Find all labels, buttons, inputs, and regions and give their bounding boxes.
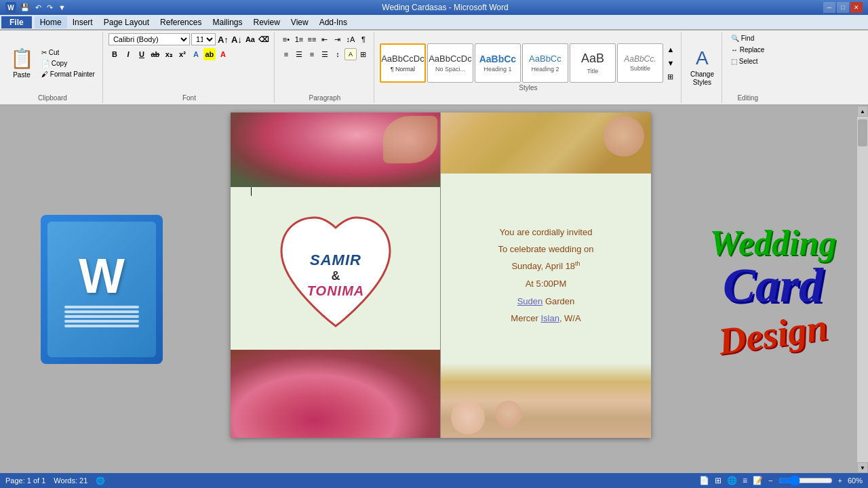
undo-btn[interactable]: ↶ [34, 3, 43, 12]
style-title[interactable]: AaB Title [570, 43, 616, 83]
print-layout-btn[interactable]: 📄 [699, 476, 709, 485]
styles-down-btn[interactable]: ▼ [665, 57, 677, 69]
multilevel-btn[interactable]: ≡≡ [306, 33, 318, 45]
left-panel: W [0, 106, 203, 473]
italic-btn[interactable]: I [122, 48, 134, 60]
paragraph-group: ≡• 1≡ ≡≡ ⇤ ⇥ ↕A ¶ ≡ ☰ ≡ ☰ ↕ A ⊞ [276, 32, 374, 103]
copy-button[interactable]: 📄 Copy [38, 58, 98, 68]
word-line-3 [64, 315, 139, 318]
home-menu[interactable]: Home [35, 16, 67, 28]
word-line-1 [64, 306, 139, 308]
language-icon: 🌐 [96, 476, 105, 485]
shrink-font-btn[interactable]: A↓ [231, 33, 243, 45]
style-no-spacing[interactable]: AaBbCcDc No Spaci... [427, 43, 473, 83]
outline-btn[interactable]: ≡ [743, 476, 747, 485]
format-painter-button[interactable]: 🖌 Format Painter [38, 69, 98, 79]
invite-line6: Mercer Islan, W/A [498, 310, 594, 326]
style-heading1-preview: AaBbCc [479, 54, 516, 65]
maximize-button[interactable]: □ [837, 2, 849, 13]
font-size-select[interactable]: 11 [191, 33, 216, 45]
zoom-slider[interactable] [778, 478, 833, 483]
select-button[interactable]: ⬚ Select [728, 56, 762, 66]
zoom-out-btn[interactable]: − [768, 476, 772, 485]
strikethrough-btn[interactable]: ab [149, 48, 161, 60]
sort-btn[interactable]: ↕A [344, 33, 357, 45]
style-subtitle-label: Subtitle [630, 65, 650, 72]
change-styles-group-label [687, 100, 717, 102]
increase-indent-btn[interactable]: ⇥ [332, 33, 344, 45]
mailings-menu[interactable]: Mailings [207, 16, 248, 28]
font-color-btn[interactable]: A [217, 48, 229, 60]
justify-btn[interactable]: ☰ [319, 48, 331, 60]
word-page[interactable]: SAMIR & TONIMA [231, 113, 651, 438]
line-spacing-btn[interactable]: ↕ [332, 48, 344, 60]
style-heading1[interactable]: AaBbCc Heading 1 [475, 43, 521, 83]
decrease-indent-btn[interactable]: ⇤ [319, 33, 331, 45]
file-menu[interactable]: File [1, 16, 32, 28]
style-subtitle-preview: AaBbCc. [624, 54, 656, 64]
minimize-button[interactable]: ─ [823, 2, 835, 13]
styles-group: AaBbCcDc ¶ Normal AaBbCcDc No Spaci... A… [376, 32, 682, 103]
font-name-select[interactable]: Calibri (Body) [108, 33, 190, 45]
styles-content: AaBbCcDc ¶ Normal AaBbCcDc No Spaci... A… [380, 43, 677, 92]
highlight-btn[interactable]: ab [203, 48, 216, 60]
para-row-1: ≡• 1≡ ≡≡ ⇤ ⇥ ↕A ¶ [280, 33, 370, 45]
flower-circle-bl [451, 401, 485, 434]
style-title-preview: AaB [581, 52, 604, 66]
align-center-btn[interactable]: ☰ [293, 48, 305, 60]
full-screen-btn[interactable]: ⊞ [715, 476, 722, 485]
shading-btn[interactable]: A [344, 48, 357, 60]
invite-line2: To celebrate wedding on [498, 241, 594, 257]
numbering-btn[interactable]: 1≡ [293, 33, 305, 45]
quick-save-btn[interactable]: 💾 [19, 3, 31, 12]
clear-format-btn[interactable]: Aa [244, 33, 256, 45]
insert-menu[interactable]: Insert [67, 16, 98, 28]
superscript-btn[interactable]: x² [176, 48, 189, 60]
scrollbar-right[interactable]: ▲ ▼ [857, 106, 868, 473]
scroll-up-arrow[interactable]: ▲ [857, 106, 868, 117]
align-left-btn[interactable]: ≡ [280, 48, 292, 60]
customize-qa-btn[interactable]: ▼ [57, 3, 67, 12]
web-layout-btn[interactable]: 🌐 [727, 476, 737, 485]
show-marks-btn[interactable]: ¶ [357, 33, 370, 45]
borders-btn[interactable]: ⊞ [357, 48, 370, 60]
close-button[interactable]: ✕ [850, 2, 863, 13]
bottom-flowers-right [441, 363, 651, 438]
bold-btn[interactable]: B [108, 48, 121, 60]
style-heading2[interactable]: AaBbCc Heading 2 [522, 43, 568, 83]
subscript-btn[interactable]: x₂ [163, 48, 175, 60]
style-subtitle[interactable]: AaBbCc. Subtitle [617, 43, 663, 83]
window-title: Weding Cardasas - Microsoft Word [67, 3, 823, 12]
text-effect-btn[interactable]: A [190, 48, 202, 60]
invite-line4: At 5:00PM [498, 276, 594, 291]
align-right-btn[interactable]: ≡ [306, 48, 318, 60]
underline-btn[interactable]: U [136, 48, 148, 60]
addins-menu[interactable]: Add-Ins [314, 16, 353, 28]
change-case-btn[interactable]: ⌫ [258, 33, 270, 45]
draft-btn[interactable]: 📝 [753, 476, 763, 485]
invite-line1: You are cordially invited [498, 224, 594, 240]
scroll-thumb[interactable] [858, 119, 867, 146]
grow-font-btn[interactable]: A↑ [217, 33, 229, 45]
page-right: You are cordially invited To celebrate w… [441, 113, 651, 438]
styles-more-btn[interactable]: ⊞ [665, 70, 677, 83]
overlay-text: Wedding Card Design [710, 226, 837, 353]
find-button[interactable]: 🔍 Find [728, 33, 757, 43]
redo-btn[interactable]: ↷ [45, 3, 54, 12]
references-menu[interactable]: References [155, 16, 207, 28]
styles-up-btn[interactable]: ▲ [665, 43, 677, 56]
bullets-btn[interactable]: ≡• [280, 33, 292, 45]
review-menu[interactable]: Review [248, 16, 285, 28]
bottom-flowers-left [231, 350, 441, 438]
replace-button[interactable]: ↔ Replace [728, 45, 768, 55]
paste-button[interactable]: 📋 Paste [7, 43, 37, 83]
card-title: Card [710, 261, 837, 310]
cursor-line [251, 186, 252, 196]
page-layout-menu[interactable]: Page Layout [98, 16, 155, 28]
scroll-down-arrow[interactable]: ▼ [857, 462, 868, 473]
cut-button[interactable]: ✂ Cut [38, 47, 98, 58]
change-styles-button[interactable]: A Change Styles [687, 47, 717, 87]
view-menu[interactable]: View [285, 16, 314, 28]
zoom-in-btn[interactable]: + [838, 476, 842, 485]
style-normal[interactable]: AaBbCcDc ¶ Normal [380, 43, 426, 83]
